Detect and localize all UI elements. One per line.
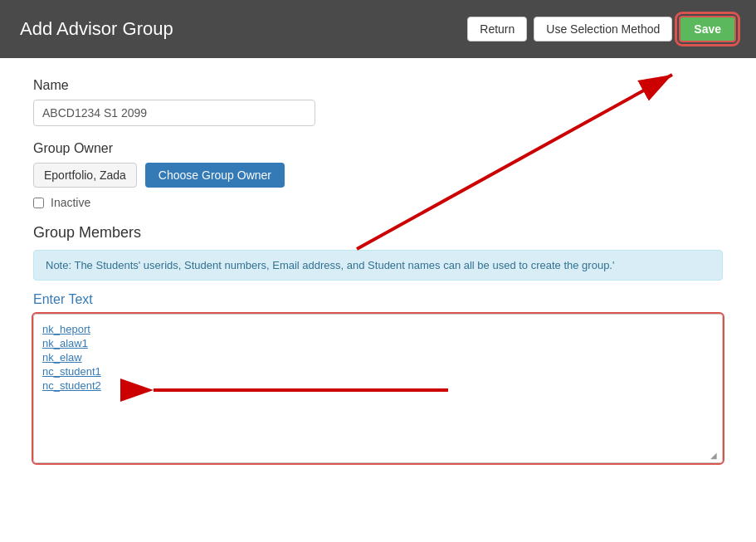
group-members-label: Group Members [33, 224, 723, 242]
inactive-checkbox[interactable] [33, 198, 44, 208]
group-owner-label: Group Owner [33, 141, 723, 156]
text-area-container[interactable]: nk_heport nk_alaw1 nk_elaw nc_student1 n… [33, 314, 723, 463]
name-label: Name [33, 78, 723, 93]
text-entry-2[interactable]: nk_elaw [42, 351, 714, 364]
main-content: Name Group Owner Eportfolio, Zada Choose… [0, 58, 756, 542]
name-section: Name [33, 78, 723, 126]
choose-group-owner-button[interactable]: Choose Group Owner [145, 163, 285, 188]
page-header: Add Advisor Group Return Use Selection M… [0, 0, 756, 58]
group-owner-section: Group Owner Eportfolio, Zada Choose Grou… [33, 141, 723, 209]
return-button[interactable]: Return [467, 17, 527, 42]
info-box: Note: The Students' userids, Student num… [33, 250, 723, 281]
page-title: Add Advisor Group [20, 18, 173, 40]
group-owner-row: Eportfolio, Zada Choose Group Owner [33, 163, 723, 188]
resize-handle[interactable]: ◢ [710, 451, 720, 461]
save-button[interactable]: Save [679, 16, 736, 42]
group-members-section: Group Members Note: The Students' userid… [33, 224, 723, 463]
enter-text-label: Enter Text [33, 292, 723, 307]
inactive-row: Inactive [33, 196, 723, 209]
text-entry-3[interactable]: nc_student1 [42, 365, 714, 378]
text-entry-1[interactable]: nk_alaw1 [42, 337, 714, 349]
text-entry-4[interactable]: nc_student2 [42, 379, 714, 392]
use-selection-method-button[interactable]: Use Selection Method [534, 17, 672, 42]
inactive-label: Inactive [51, 196, 90, 209]
header-buttons: Return Use Selection Method Save [467, 16, 736, 42]
owner-name: Eportfolio, Zada [33, 163, 137, 188]
text-entries: nk_heport nk_alaw1 nk_elaw nc_student1 n… [42, 323, 714, 392]
text-entry-0[interactable]: nk_heport [42, 323, 714, 335]
name-input[interactable] [33, 100, 315, 126]
